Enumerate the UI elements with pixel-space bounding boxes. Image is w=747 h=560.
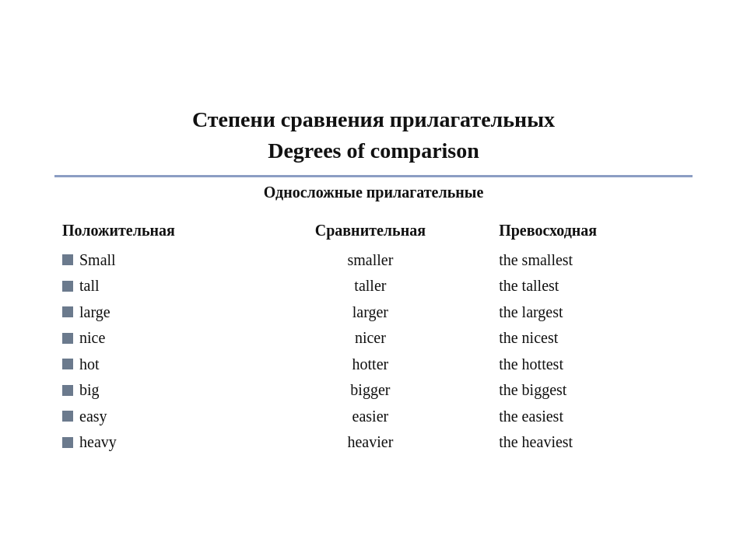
bullet-icon [62,411,73,422]
table-row: easy easierthe easiest [54,404,693,430]
superlative-cell: the easiest [475,404,693,430]
comparative-cell: larger [265,299,476,326]
positive-cell: easy [54,404,265,430]
bullet-icon [62,333,73,344]
header-comparative: Сравнительная [265,217,476,247]
comparative-cell: smaller [265,247,476,274]
superlative-cell: the nicest [475,325,693,352]
header-row: Положительная Сравнительная Превосходная [54,217,693,247]
title-line2: Degrees of comparison [54,135,693,166]
positive-text: big [79,381,100,399]
comparative-cell: hotter [265,352,476,378]
subtitle: Односложные прилагательные [54,184,693,201]
table-row: large largerthe largest [54,299,693,326]
positive-text: nice [79,329,105,347]
table-row: big biggerthe biggest [54,377,693,404]
comparative-cell: heavier [265,429,476,456]
main-container: Степени сравнения прилагательных Degrees… [31,89,716,471]
positive-text: easy [79,408,107,425]
main-title: Степени сравнения прилагательных Degrees… [54,104,693,165]
superlative-cell: the heaviest [475,429,693,456]
positive-cell: Small [54,247,265,274]
header-superlative: Превосходная [475,217,693,247]
positive-cell: large [54,299,265,326]
comparison-table: Положительная Сравнительная Превосходная… [54,217,693,456]
positive-text: large [79,303,110,321]
table-row: nice nicerthe nicest [54,325,693,352]
bullet-icon [62,254,73,265]
positive-cell: heavy [54,429,265,456]
comparative-cell: easier [265,404,476,430]
bullet-icon [62,437,73,448]
superlative-cell: the smallest [475,247,693,274]
table-row: heavy heavierthe heaviest [54,429,693,456]
bullet-icon [62,306,73,317]
bullet-icon [62,281,73,292]
positive-cell: tall [54,273,265,299]
table-row: Small smallerthe smallest [54,247,693,274]
positive-text: heavy [79,433,117,451]
positive-cell: hot [54,352,265,378]
positive-cell: big [54,377,265,404]
table-row: tall tallerthe tallest [54,273,693,299]
divider [54,175,693,177]
table-wrapper: Положительная Сравнительная Превосходная… [54,217,693,456]
superlative-cell: the biggest [475,377,693,404]
comparative-cell: nicer [265,325,476,352]
comparative-cell: taller [265,273,476,299]
positive-text: hot [79,355,100,373]
table-row: hot hotterthe hottest [54,352,693,378]
superlative-cell: the hottest [475,352,693,378]
title-line1: Степени сравнения прилагательных [54,104,693,135]
superlative-cell: the tallest [475,273,693,299]
bullet-icon [62,359,73,369]
positive-text: Small [79,251,116,269]
bullet-icon [62,385,73,396]
positive-cell: nice [54,325,265,352]
positive-text: tall [79,277,100,295]
superlative-cell: the largest [475,299,693,326]
comparative-cell: bigger [265,377,476,404]
header-positive: Положительная [54,217,265,247]
